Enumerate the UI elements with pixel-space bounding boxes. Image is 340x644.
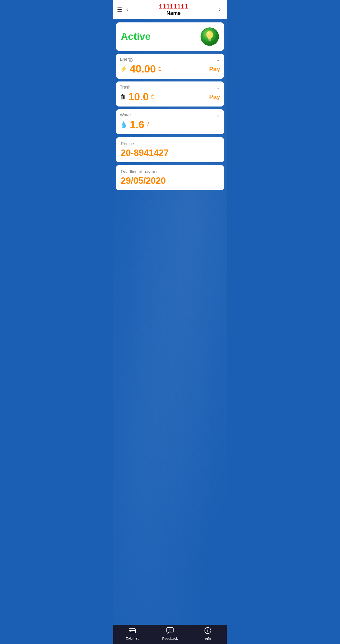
- water-currency: ₾: [147, 122, 149, 128]
- account-name: Name: [166, 10, 181, 16]
- energy-currency: ₾: [159, 66, 161, 72]
- trash-card-header: Trash ⌄: [120, 84, 220, 90]
- svg-rect-3: [208, 40, 211, 40]
- trash-currency: ₾: [151, 94, 154, 100]
- water-drop-icon: 💧: [120, 121, 127, 128]
- water-body: 💧 1.6 ₾: [120, 119, 220, 130]
- deadline-card: Deadline of payment 29/05/2020: [116, 165, 224, 190]
- feedback-label: Feedback: [162, 636, 178, 640]
- svg-rect-8: [130, 632, 131, 632]
- trash-body: 🗑 10.0 ₾ Pay: [120, 91, 220, 103]
- water-card: Water ⌄ 💧 1.6 ₾: [116, 109, 224, 134]
- trash-icon: 🗑: [120, 93, 126, 100]
- water-card-header: Water ⌄: [120, 112, 220, 118]
- header: ☰ < 11111111 Name >: [113, 0, 227, 19]
- svg-rect-7: [129, 630, 135, 631]
- nav-right-button[interactable]: >: [217, 6, 223, 13]
- water-label: Water: [120, 113, 131, 118]
- status-card: Active: [116, 22, 224, 51]
- svg-point-1: [206, 31, 213, 38]
- cabinet-icon: [129, 628, 136, 635]
- recipe-card: Recipe 20-8941427: [116, 137, 224, 162]
- energy-pay-button[interactable]: Pay: [209, 66, 220, 73]
- recipe-label: Recipe: [121, 142, 219, 146]
- status-text: Active: [121, 31, 151, 42]
- energy-amount: 40.00: [130, 63, 156, 75]
- trash-card: Trash ⌄ 🗑 10.0 ₾ Pay: [116, 82, 224, 106]
- energy-body: ⚡ 40.00 ₾ Pay: [120, 63, 220, 75]
- water-amount-block: 💧 1.6 ₾: [120, 119, 149, 130]
- trash-pay-button[interactable]: Pay: [209, 93, 220, 100]
- svg-rect-11: [170, 628, 171, 630]
- info-label: Info: [205, 637, 211, 641]
- trash-amount: 10.0: [128, 91, 149, 103]
- svg-rect-2: [208, 38, 211, 40]
- bottom-nav: Cabinet Feedback Info: [113, 625, 227, 644]
- nav-left-button[interactable]: <: [124, 6, 130, 13]
- svg-rect-12: [170, 631, 171, 632]
- lightbulb-icon: [200, 27, 219, 46]
- header-title-block: 11111111 Name: [132, 3, 215, 16]
- svg-rect-14: [208, 630, 208, 632]
- trash-amount-block: 🗑 10.0 ₾: [120, 91, 154, 103]
- nav-info[interactable]: Info: [189, 627, 227, 641]
- energy-card-header: Energy ⌄: [120, 56, 220, 62]
- energy-amount-block: ⚡ 40.00 ₾: [120, 63, 161, 75]
- recipe-value: 20-8941427: [121, 148, 219, 158]
- menu-icon[interactable]: ☰: [117, 7, 122, 12]
- svg-rect-15: [208, 629, 208, 630]
- nav-feedback[interactable]: Feedback: [151, 627, 189, 640]
- feedback-icon: [166, 627, 174, 636]
- nav-cabinet[interactable]: Cabinet: [113, 628, 151, 640]
- info-icon: [204, 627, 211, 636]
- energy-chevron-icon[interactable]: ⌄: [216, 56, 220, 62]
- water-chevron-icon[interactable]: ⌄: [216, 112, 220, 118]
- main-content: Active Energy ⌄ ⚡: [113, 19, 227, 625]
- trash-label: Trash: [120, 85, 130, 90]
- bolt-icon: ⚡: [120, 66, 127, 73]
- cabinet-label: Cabinet: [125, 636, 138, 640]
- deadline-value: 29/05/2020: [121, 176, 219, 186]
- trash-chevron-icon[interactable]: ⌄: [216, 84, 220, 90]
- water-amount: 1.6: [130, 119, 144, 130]
- energy-card: Energy ⌄ ⚡ 40.00 ₾ Pay: [116, 54, 224, 79]
- svg-rect-4: [209, 40, 211, 41]
- deadline-label: Deadline of payment: [121, 169, 219, 174]
- energy-label: Energy: [120, 57, 133, 62]
- account-number: 11111111: [159, 3, 188, 10]
